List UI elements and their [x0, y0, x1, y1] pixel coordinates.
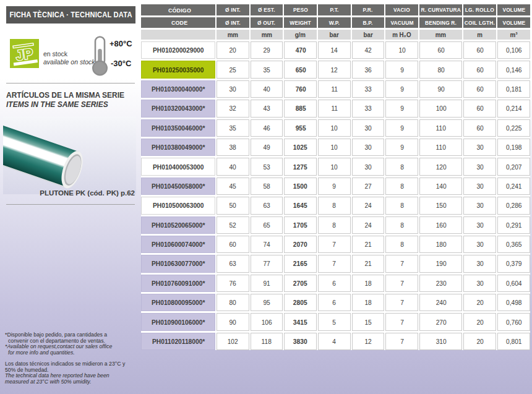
series-heading: ARTÍCULOS DE LA MISMA SERIE ITEMS IN THE… [6, 91, 124, 109]
value-cell: 30 [463, 197, 496, 214]
value-cell: 10 [318, 139, 351, 156]
value-cell: 45 [217, 178, 249, 195]
header-cell-es: Ø EST. [251, 4, 283, 15]
value-cell: 140 [419, 178, 462, 195]
value-cell: 9 [318, 178, 351, 195]
stock-availability: en stock available on stock [43, 50, 95, 66]
value-cell: 60 [463, 61, 496, 78]
value-cell: 0,379 [497, 255, 530, 272]
value-cell: 80 [217, 294, 249, 311]
code-cell: PH010300040000* [141, 80, 215, 98]
value-cell: 0,801 [497, 333, 530, 350]
header-cell-en: W.P. [318, 17, 351, 28]
value-cell: 43 [251, 100, 283, 117]
value-cell: 2165 [284, 255, 317, 272]
value-cell: 30 [352, 139, 385, 156]
header-cell-en: BENDING R. [419, 17, 462, 28]
value-cell: 160 [419, 216, 462, 234]
value-cell: 8 [318, 197, 351, 214]
value-cell: 230 [419, 275, 462, 292]
value-cell: 0,198 [497, 139, 530, 156]
value-cell: 6 [318, 294, 351, 311]
value-cell: 50 [217, 197, 249, 214]
value-cell: 90 [217, 313, 249, 330]
value-cell: 60 [463, 119, 496, 137]
value-cell: 0,181 [497, 80, 530, 98]
header-cell-en: B.P. [352, 17, 385, 28]
value-cell: 74 [251, 236, 283, 253]
value-cell: 65 [251, 216, 283, 234]
value-cell: 36 [352, 61, 385, 78]
value-cell: 30 [463, 236, 496, 253]
footnote-line: for more info and quantities. [5, 350, 140, 356]
value-cell: 1500 [284, 178, 317, 195]
units-cell: m [463, 30, 496, 40]
divider-line [6, 83, 135, 84]
value-cell: 15 [352, 313, 385, 330]
value-cell: 63 [217, 255, 249, 272]
value-cell: 8 [318, 216, 351, 234]
series-heading-en: ITEMS IN THE SAME SERIES [6, 100, 124, 109]
jp-brand-logo: JP [10, 39, 39, 68]
value-cell: 33 [352, 100, 385, 117]
value-cell: 9 [385, 100, 418, 117]
value-cell: 77 [251, 255, 283, 272]
value-cell: 30 [463, 178, 496, 195]
value-cell: 60 [217, 236, 249, 253]
code-cell: PH010400053000 [141, 158, 215, 175]
value-cell: 110 [419, 119, 462, 137]
value-cell: 102 [217, 333, 249, 350]
value-cell: 955 [284, 119, 317, 137]
value-cell: 470 [284, 41, 317, 59]
value-cell: 4 [318, 333, 351, 350]
product-photo-pipe [3, 116, 136, 194]
value-cell: 0,146 [497, 61, 530, 78]
value-cell: 3830 [284, 333, 317, 350]
code-cell: PH010350046000* [141, 119, 215, 137]
value-cell: 0,365 [497, 236, 530, 253]
value-cell: 8 [385, 236, 418, 253]
temperature-min-label: -30°C [111, 59, 131, 68]
stock-line-es: en stock [43, 50, 95, 58]
value-cell: 0,106 [497, 41, 530, 59]
value-cell: 7 [385, 313, 418, 330]
value-cell: 27 [352, 178, 385, 195]
value-cell: 20 [463, 294, 496, 311]
value-cell: 11 [318, 80, 351, 98]
code-cell: PH010600074000* [141, 236, 215, 253]
value-cell: 30 [217, 80, 249, 98]
header-cell-en: COIL LGTH. [463, 17, 496, 28]
value-cell: 60 [419, 41, 462, 59]
value-cell: 25 [217, 61, 249, 78]
value-cell: 190 [419, 255, 462, 272]
value-cell: 7 [385, 275, 418, 292]
value-cell: 7 [385, 294, 418, 311]
value-cell: 40 [251, 80, 283, 98]
value-cell: 3415 [284, 313, 317, 330]
value-cell: 30 [352, 158, 385, 175]
code-cell: PH010250035000 [141, 61, 215, 78]
value-cell: 60 [463, 80, 496, 98]
value-cell: 7 [318, 236, 351, 253]
value-cell: 1275 [284, 158, 317, 175]
value-cell: 52 [217, 216, 249, 234]
value-cell: 8 [385, 158, 418, 175]
units-cell: bar [352, 30, 385, 40]
value-cell: 6 [318, 275, 351, 292]
value-cell: 120 [419, 158, 462, 175]
value-cell: 30 [463, 275, 496, 292]
header-cell-en: VACUUM [385, 17, 418, 28]
value-cell: 60 [463, 41, 496, 59]
value-cell: 0,225 [497, 119, 530, 137]
value-cell: 63 [251, 197, 283, 214]
value-cell: 30 [352, 119, 385, 137]
value-cell: 2805 [284, 294, 317, 311]
code-cell: PH010630077000* [141, 255, 215, 272]
value-cell: 885 [284, 100, 317, 117]
datasheet-page: FICHA TÈCNICA · TECHNICAL DATA JP en sto… [0, 0, 532, 394]
value-cell: 35 [251, 61, 283, 78]
series-heading-es: ARTÍCULOS DE LA MISMA SERIE [6, 91, 124, 100]
value-cell: 150 [419, 197, 462, 214]
value-cell: 53 [251, 158, 283, 175]
code-cell: PH010800095000* [141, 294, 215, 311]
